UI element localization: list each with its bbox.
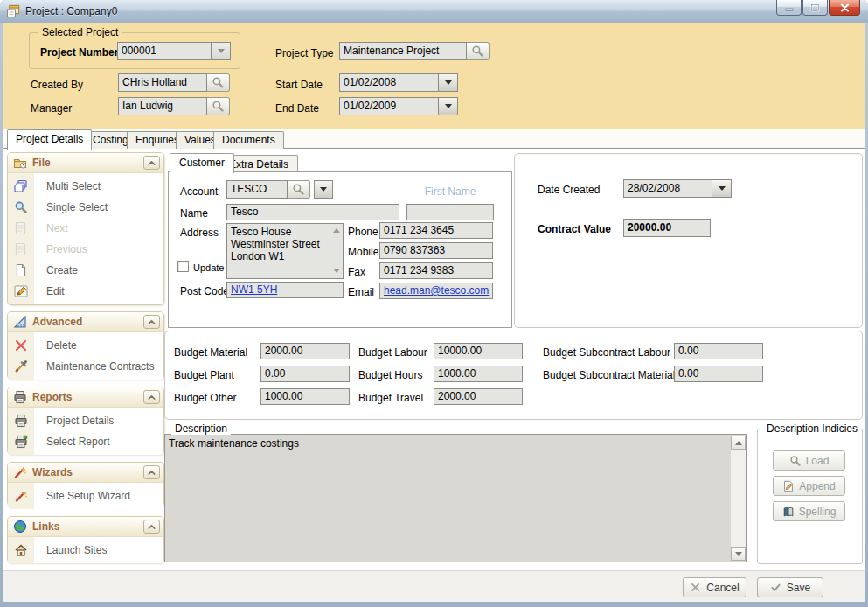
wizards-collapse-button[interactable] [143,465,160,479]
links-panel-title: Links [32,520,143,533]
save-button[interactable]: Save [757,577,823,597]
chevron-down-icon [445,80,452,85]
close-icon [840,3,850,12]
file-panel-header[interactable]: File [8,153,163,173]
account-dropdown[interactable] [314,180,333,199]
email-link[interactable]: head.man@tesco.com [384,284,489,297]
budget-labour-field[interactable]: 10000.00 [434,343,523,359]
scroll-up-icon[interactable] [333,228,340,233]
date-created-dropdown-button[interactable] [712,179,732,198]
scroll-up-button[interactable] [731,436,746,450]
scroll-down-icon[interactable] [333,269,340,273]
created-by-value[interactable]: CHris Holland [118,73,207,92]
project-number-combo[interactable]: 000001 [117,42,231,60]
next-record-icon [14,221,28,235]
date-created-value[interactable]: 28/02/2008 [623,179,712,198]
update-checkbox[interactable] [177,261,189,272]
address-textarea[interactable]: Tesco House Westminster Street London W1 [226,223,344,279]
cancel-button[interactable]: Cancel [683,577,746,597]
book-icon [782,506,795,518]
budget-other-field[interactable]: 1000.00 [260,388,350,405]
append-button[interactable]: Append [773,476,845,496]
advanced-collapse-button[interactable] [143,315,160,329]
budget-material-label: Budget Material [174,346,247,359]
window-title: Project : Company0 [25,5,117,17]
created-by-lookup[interactable]: CHris Holland [118,73,230,92]
advanced-panel-title: Advanced [32,316,143,328]
fax-field[interactable]: 0171 234 9383 [379,262,493,279]
budget-plant-field[interactable]: 0.00 [260,366,350,382]
first-name-field[interactable] [406,204,494,220]
end-date-value[interactable]: 01/02/2009 [339,97,439,115]
account-value[interactable]: TESCO [226,180,288,199]
budget-subcontract-material-field[interactable]: 0.00 [674,366,763,382]
mobile-field[interactable]: 0790 837363 [379,242,493,259]
sidebar-item-select-report[interactable]: Select Report [8,431,163,452]
sidebar-item-maintenance-contracts[interactable]: Maintenance Contracts [8,356,163,377]
minimize-button[interactable] [776,0,802,16]
created-by-label: Created By [31,79,83,91]
start-date-dropdown-button[interactable] [439,73,458,92]
project-type-value[interactable]: Maintenance Project [339,42,467,60]
scroll-down-button[interactable] [731,547,746,561]
sidebar-item-site-setup-wizard[interactable]: Site Setup Wizard [8,485,163,506]
load-button[interactable]: Load [773,450,845,471]
budget-hours-field[interactable]: 1000.00 [434,366,523,382]
description-scrollbar[interactable] [731,436,746,561]
account-lookup[interactable]: TESCO [226,180,310,199]
close-button[interactable] [829,0,860,16]
scroll-down-icon [735,552,742,556]
maximize-button[interactable] [802,0,828,16]
project-number-value[interactable]: 000001 [117,42,212,60]
date-created-picker[interactable]: 28/02/2008 [623,179,732,198]
start-date-picker[interactable]: 01/02/2008 [339,73,458,92]
contract-value-field[interactable]: 20000.00 [623,219,711,237]
links-collapse-button[interactable] [143,520,160,534]
budget-travel-field[interactable]: 2000.00 [434,388,523,405]
selected-project-groupbox: Selected Project Project Number 000001 [29,32,240,69]
advanced-panel-header[interactable]: Advanced [8,312,163,332]
description-textarea[interactable]: Track maintenance costings [164,434,747,562]
created-by-lookup-button[interactable] [207,73,230,92]
globe-icon [13,520,27,534]
footer-bar: Cancel Save [3,570,865,602]
reports-collapse-button[interactable] [143,390,160,404]
sidebar-panel-file: File Multi Select Single Select Next Pre… [7,152,164,305]
name-label: Name [180,207,208,220]
tab-documents[interactable]: Documents [213,131,284,149]
sidebar-item-multi-select[interactable]: Multi Select [8,176,163,197]
sidebar-item-edit[interactable]: Edit [8,281,163,302]
reports-panel-header[interactable]: Reports [8,387,163,408]
email-label: Email [348,286,374,298]
name-field[interactable]: Tesco [226,204,399,220]
account-lookup-button[interactable] [288,180,310,199]
project-type-lookup-button[interactable] [467,42,490,60]
end-date-picker[interactable]: 01/02/2009 [339,97,458,115]
manager-value[interactable]: Ian Ludwig [118,97,207,115]
budget-subcontract-labour-field[interactable]: 0.00 [674,343,763,359]
account-dropdown-button[interactable] [314,180,333,199]
links-panel-header[interactable]: Links [8,517,163,537]
postcode-link[interactable]: NW1 5YH [231,283,277,296]
phone-field[interactable]: 0171 234 3645 [379,222,493,239]
end-date-dropdown-button[interactable] [439,97,458,115]
tab-project-details[interactable]: Project Details [7,129,92,150]
title-bar[interactable]: Project : Company0 [0,0,868,23]
sidebar-item-project-details-report[interactable]: Project Details [8,410,163,431]
wizards-panel-header[interactable]: Wizards [8,463,163,483]
sidebar-item-delete[interactable]: Delete [8,335,163,356]
sidebar-item-single-select[interactable]: Single Select [8,197,163,218]
sidebar-item-create[interactable]: Create [8,260,163,281]
tab-customer[interactable]: Customer [170,153,234,173]
update-label: Update [193,262,224,274]
start-date-value[interactable]: 01/02/2008 [339,73,439,92]
sidebar-item-launch-sites[interactable]: Launch Sites [8,540,163,561]
manager-lookup-button[interactable] [207,97,230,115]
manager-lookup[interactable]: Ian Ludwig [118,97,230,115]
spelling-button[interactable]: Spelling [773,501,845,521]
file-collapse-button[interactable] [143,156,160,170]
file-panel-title: File [32,157,143,169]
project-type-lookup[interactable]: Maintenance Project [339,42,490,60]
budget-material-field[interactable]: 2000.00 [260,343,350,359]
project-number-dropdown-button[interactable] [212,42,231,60]
